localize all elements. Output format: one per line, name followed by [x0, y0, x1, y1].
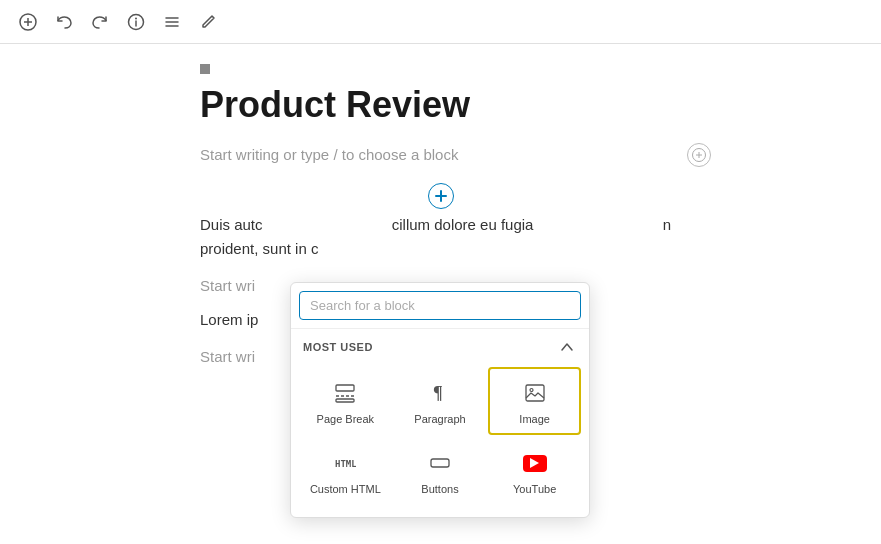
block-inserter-popup: Most used Page Break: [290, 282, 590, 518]
redo-icon: [91, 13, 109, 31]
custom-html-label: Custom HTML: [310, 483, 381, 495]
placeholder-text: Start writing or type / to choose a bloc…: [200, 146, 458, 163]
svg-point-5: [135, 17, 137, 19]
list-icon: [163, 13, 181, 31]
block-grid: Page Break ¶ Paragraph: [291, 363, 589, 517]
section-label: Most used: [303, 341, 373, 353]
chevron-up-icon: [560, 340, 574, 354]
svg-rect-21: [431, 459, 449, 467]
paragraph-label: Paragraph: [414, 413, 465, 425]
collapse-button[interactable]: [557, 337, 577, 357]
toolbar: [0, 0, 881, 44]
block-item-youtube[interactable]: YouTube: [488, 437, 581, 505]
block-item-page-break[interactable]: Page Break: [299, 367, 392, 435]
body-text-1: Duis autc cillum dolore eu fugia n proid…: [200, 213, 681, 261]
pencil-icon: [199, 13, 217, 31]
block-item-buttons[interactable]: Buttons: [394, 437, 487, 505]
page-break-icon: [331, 379, 359, 407]
svg-text:¶: ¶: [433, 383, 443, 403]
image-label: Image: [519, 413, 550, 425]
info-icon: [127, 13, 145, 31]
svg-text:HTML: HTML: [335, 459, 356, 469]
plus-circle-icon: [692, 148, 706, 162]
block-item-image[interactable]: Image: [488, 367, 581, 435]
image-icon: [521, 379, 549, 407]
list-view-button[interactable]: [156, 6, 188, 38]
plus-icon-blue: [434, 189, 448, 203]
buttons-label: Buttons: [421, 483, 458, 495]
undo-icon: [55, 13, 73, 31]
plus-icon: [19, 13, 37, 31]
svg-rect-14: [336, 385, 354, 391]
paragraph-icon: ¶: [426, 379, 454, 407]
block-item-custom-html[interactable]: HTML Custom HTML: [299, 437, 392, 505]
block-search-area: [291, 283, 589, 329]
title-indicator: [200, 64, 210, 74]
placeholder-3-text: Start wri: [200, 348, 255, 365]
placeholder-2-text: Start wri: [200, 277, 255, 294]
svg-rect-18: [526, 385, 544, 401]
svg-rect-16: [336, 399, 354, 402]
body-text-1-content: Duis autc cillum dolore eu fugia n proid…: [200, 216, 671, 257]
info-button[interactable]: [120, 6, 152, 38]
editor-placeholder-block[interactable]: Start writing or type / to choose a bloc…: [200, 146, 681, 163]
buttons-icon: [426, 449, 454, 477]
most-used-header: Most used: [291, 329, 589, 363]
editor-area: Product Review Start writing or type / t…: [0, 44, 881, 399]
inline-plus-button[interactable]: [428, 183, 454, 209]
youtube-label: YouTube: [513, 483, 556, 495]
inline-plus-area: [200, 183, 681, 209]
block-search-input[interactable]: [299, 291, 581, 320]
block-item-paragraph[interactable]: ¶ Paragraph: [394, 367, 487, 435]
page-break-label: Page Break: [317, 413, 374, 425]
html-icon: HTML: [331, 449, 359, 477]
svg-point-19: [530, 389, 533, 392]
edit-button[interactable]: [192, 6, 224, 38]
redo-button[interactable]: [84, 6, 116, 38]
undo-button[interactable]: [48, 6, 80, 38]
youtube-icon: [521, 449, 549, 477]
page-title[interactable]: Product Review: [200, 84, 681, 126]
add-block-inline-button[interactable]: [687, 143, 711, 167]
add-block-button[interactable]: [12, 6, 44, 38]
